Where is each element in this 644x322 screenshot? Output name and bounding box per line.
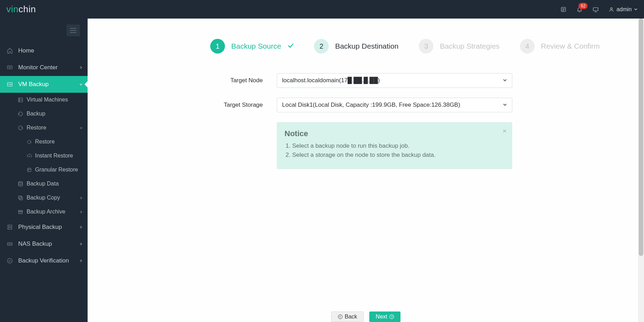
bell-icon[interactable]: 62 <box>576 6 583 13</box>
step-label: Backup Source <box>231 42 281 50</box>
svg-point-32 <box>338 315 342 319</box>
sidebar-label: Backup Verification <box>18 257 69 264</box>
back-button[interactable]: Back <box>331 312 364 322</box>
server-icon <box>17 96 24 103</box>
sidebar-item-backup-verification[interactable]: Backup Verification <box>0 252 88 269</box>
sub-backup-archive[interactable]: Backup Archive <box>0 205 88 219</box>
target-storage-value: Local Disk1(Local Disk, Capacity :199.9G… <box>282 102 460 108</box>
svg-rect-26 <box>8 228 12 230</box>
sidebar-item-vm-backup[interactable]: VM VM Backup <box>0 76 88 93</box>
chevron-down-icon <box>80 125 83 131</box>
sidebar-item-nas-backup[interactable]: NAS NAS Backup <box>0 236 88 252</box>
notice-list: Select a backup node to run this backup … <box>285 142 505 159</box>
log-icon[interactable] <box>560 6 567 13</box>
step-label: Review & Confirm <box>541 42 600 50</box>
sidebar-item-home[interactable]: Home <box>0 42 88 59</box>
step-3[interactable]: 3 Backup Strategies <box>419 39 499 54</box>
sub-label: Backup <box>27 111 45 117</box>
svg-rect-4 <box>594 7 598 10</box>
svg-point-27 <box>8 226 9 226</box>
restore-icon <box>26 139 32 145</box>
sub-backup-copy[interactable]: Backup Copy <box>0 191 88 205</box>
notification-badge: 62 <box>578 3 588 9</box>
sidebar-item-monitor[interactable]: Monitor Center <box>0 59 88 76</box>
step-number: 1 <box>210 39 225 54</box>
sub-label: Backup Copy <box>27 195 60 201</box>
notice-item: Select a storage on the node to store th… <box>292 152 505 159</box>
brand-logo[interactable]: vinchin <box>6 4 36 15</box>
topbar-right: 62 admin <box>560 6 638 13</box>
sidebar: Home Monitor Center VM VM Backup Virtual… <box>0 19 88 322</box>
sub-backup-data[interactable]: Backup Data <box>0 177 88 191</box>
sub2-restore[interactable]: Restore <box>0 135 88 149</box>
sub2-label: Instant Restore <box>35 153 73 159</box>
svg-point-19 <box>18 182 22 183</box>
restore-submenu: Restore Instant Restore Granular Restore <box>0 135 88 177</box>
archive-icon <box>17 208 24 215</box>
sub-label: Backup Data <box>27 181 59 187</box>
refresh-icon <box>17 110 24 117</box>
sub2-instant-restore[interactable]: Instant Restore <box>0 149 88 163</box>
destination-form: Target Node localhost.localdomain(17█.██… <box>88 61 644 169</box>
step-number: 2 <box>314 39 329 54</box>
svg-point-6 <box>611 7 612 9</box>
sub-virtual-machines[interactable]: Virtual Machines <box>0 93 88 107</box>
cloud-restore-icon <box>26 153 32 159</box>
sub-backup[interactable]: Backup <box>0 107 88 121</box>
step-2[interactable]: 2 Backup Destination <box>314 39 398 54</box>
page-scrollbar[interactable] <box>638 19 644 322</box>
sidebar-item-physical-backup[interactable]: Physical Backup <box>0 219 88 236</box>
target-storage-row: Target Storage Local Disk1(Local Disk, C… <box>88 98 644 112</box>
sub-label: Virtual Machines <box>27 97 68 103</box>
sidebar-collapse <box>0 19 88 42</box>
user-name: admin <box>616 6 632 13</box>
next-label: Next <box>376 314 387 320</box>
chevron-down-icon <box>634 7 638 11</box>
chevron-right-icon <box>79 64 83 71</box>
scrollbar-thumb[interactable] <box>639 19 643 256</box>
user-icon <box>609 7 614 12</box>
vm-backup-submenu: Virtual Machines Backup Restore Restore <box>0 93 88 219</box>
sub2-granular-restore[interactable]: Granular Restore <box>0 163 88 177</box>
sidebar-label: VM Backup <box>18 81 49 88</box>
step-4[interactable]: 4 Review & Confirm <box>520 39 600 54</box>
chevron-down-icon <box>503 77 507 84</box>
chevron-down-icon <box>79 81 83 88</box>
chevron-right-icon <box>79 224 83 231</box>
wizard-footer: Back Next <box>88 312 644 322</box>
step-label: Backup Destination <box>335 42 398 50</box>
svg-point-28 <box>8 228 9 229</box>
vm-icon: VM <box>6 80 14 88</box>
target-storage-label: Target Storage <box>88 102 277 108</box>
target-storage-select[interactable]: Local Disk1(Local Disk, Capacity :199.9G… <box>277 98 512 112</box>
main-content: 1 Backup Source 2 Backup Destination 3 B… <box>88 19 644 322</box>
target-node-row: Target Node localhost.localdomain(17█.██… <box>88 73 644 88</box>
brand-rest: chin <box>19 4 36 14</box>
step-1[interactable]: 1 Backup Source <box>210 39 294 54</box>
monitor-icon[interactable] <box>592 6 599 13</box>
sub-label: Backup Archive <box>27 209 65 215</box>
sidebar-label: Monitor Center <box>18 64 57 71</box>
copy-icon <box>17 194 24 201</box>
svg-text:NAS: NAS <box>8 243 12 245</box>
close-icon[interactable]: × <box>502 127 507 135</box>
hamburger-button[interactable] <box>67 24 80 36</box>
chevron-down-icon <box>503 102 507 108</box>
arrow-left-icon <box>338 314 343 319</box>
chevron-right-icon <box>80 209 83 215</box>
step-number: 4 <box>520 39 535 54</box>
target-node-label: Target Node <box>88 77 277 84</box>
sub-restore[interactable]: Restore <box>0 121 88 135</box>
chevron-right-icon <box>79 257 83 264</box>
user-menu[interactable]: admin <box>609 6 638 13</box>
sidebar-label: Physical Backup <box>18 224 62 231</box>
restore-icon <box>17 124 24 131</box>
brand-prefix: vin <box>6 4 19 14</box>
next-button[interactable]: Next <box>369 312 400 322</box>
svg-rect-16 <box>27 168 31 172</box>
granular-icon <box>26 167 32 173</box>
target-node-select[interactable]: localhost.localdomain(17█.██.█.██) <box>277 73 512 88</box>
monitor-center-icon <box>6 64 14 71</box>
notice-box: Notice Select a backup node to run this … <box>277 122 512 169</box>
sub2-label: Granular Restore <box>35 167 78 173</box>
